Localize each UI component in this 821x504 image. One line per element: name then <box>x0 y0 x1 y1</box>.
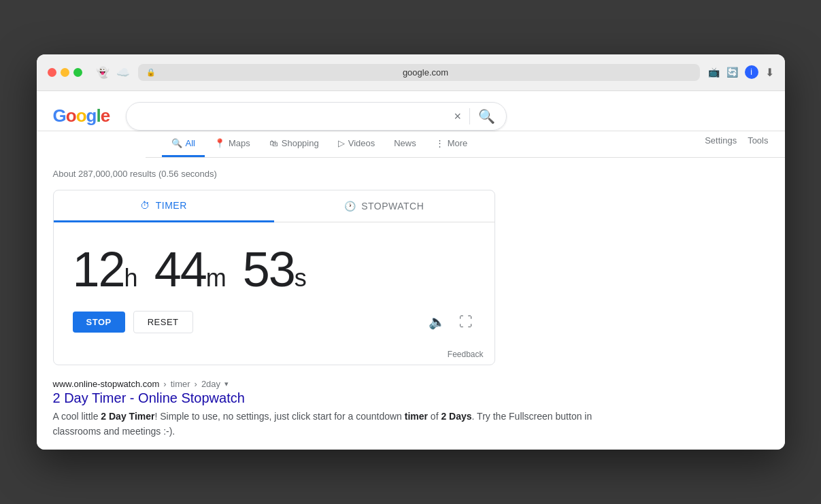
shopping-tab-icon: 🛍 <box>269 138 278 148</box>
browser-nav-icons: 👻 ☁️ <box>96 66 130 79</box>
search-divider <box>469 108 470 124</box>
search-submit-icon[interactable]: 🔍 <box>478 108 495 124</box>
result-dropdown-arrow[interactable]: ▾ <box>224 380 229 388</box>
search-input[interactable]: timer for 2 days <box>137 110 448 122</box>
traffic-lights <box>48 68 82 77</box>
timer-display: 12h 44m 53s <box>54 222 495 311</box>
more-tab-icon: ⋮ <box>435 138 444 148</box>
tab-more[interactable]: ⋮ More <box>426 131 477 157</box>
download-icon[interactable]: ⬇ <box>765 66 774 79</box>
tab-maps[interactable]: 📍 Maps <box>205 131 260 157</box>
result-breadcrumb2: 2day <box>201 379 220 389</box>
maximize-button[interactable] <box>73 68 82 77</box>
address-text: google.com <box>160 67 692 78</box>
extensions-icon: i <box>745 65 758 79</box>
tab-shopping[interactable]: 🛍 Shopping <box>260 131 329 157</box>
browser-action-icons: 📺 🔄 i ⬇ <box>708 65 774 79</box>
videos-tab-icon: ▷ <box>338 138 345 148</box>
reset-button[interactable]: RESET <box>133 311 193 333</box>
feedback-link[interactable]: Feedback <box>448 350 484 359</box>
nav-settings-group: Settings Tools <box>705 135 768 152</box>
search-bar[interactable]: timer for 2 days × 🔍 <box>126 102 507 131</box>
results-count: About 287,000,000 results (0.56 seconds) <box>53 169 633 179</box>
widget-tab-stopwatch[interactable]: 🕐 STOPWATCH <box>274 190 495 222</box>
main-content: About 287,000,000 results (0.56 seconds)… <box>37 158 649 450</box>
cast-icon: 📺 <box>708 67 720 78</box>
search-result-item: www.online-stopwatch.com › timer › 2day … <box>53 379 633 439</box>
feedback-row: Feedback <box>54 347 495 365</box>
refresh-icon[interactable]: 🔄 <box>726 67 738 78</box>
search-header: Google timer for 2 days × 🔍 <box>37 91 785 131</box>
search-tab-icon: 🔍 <box>171 138 182 148</box>
tab-videos[interactable]: ▷ Videos <box>329 131 385 157</box>
maps-tab-icon: 📍 <box>214 138 225 148</box>
ghost-icon: 👻 <box>96 66 110 79</box>
result-url-row: www.online-stopwatch.com › timer › 2day … <box>53 379 633 389</box>
timer-controls: STOP RESET 🔈 ⛶ <box>54 311 495 347</box>
browser-content: Google timer for 2 days × 🔍 🔍 All 📍 Maps <box>37 91 785 450</box>
settings-link[interactable]: Settings <box>705 135 737 146</box>
volume-button[interactable]: 🔈 <box>426 311 448 333</box>
stopwatch-tab-icon: 🕐 <box>344 201 356 212</box>
result-snippet: A cool little 2 Day Timer! Simple to use… <box>53 409 633 439</box>
tab-all[interactable]: 🔍 All <box>162 131 205 157</box>
result-domain: www.online-stopwatch.com <box>53 379 160 389</box>
close-button[interactable] <box>48 68 56 77</box>
clear-search-button[interactable]: × <box>454 110 462 122</box>
timer-widget: ⏱ TIMER 🕐 STOPWATCH 12h 44m 53s STOP RES… <box>53 190 495 365</box>
timer-tab-icon: ⏱ <box>140 200 150 211</box>
lock-icon: 🔒 <box>146 68 156 77</box>
stop-button[interactable]: STOP <box>73 312 125 333</box>
widget-tabs: ⏱ TIMER 🕐 STOPWATCH <box>54 190 495 222</box>
nav-tabs-row: 🔍 All 📍 Maps 🛍 Shopping ▷ Videos News ⋮ … <box>146 131 785 158</box>
browser-window: 👻 ☁️ 🔒 google.com 📺 🔄 i ⬇ Google timer f… <box>37 54 785 450</box>
tools-link[interactable]: Tools <box>748 135 768 146</box>
address-bar[interactable]: 🔒 google.com <box>138 64 700 81</box>
cloud-icon: ☁️ <box>116 66 130 79</box>
result-breadcrumb1: timer <box>171 379 190 389</box>
result-title[interactable]: 2 Day Timer - Online Stopwatch <box>53 390 633 406</box>
minimize-button[interactable] <box>61 68 69 77</box>
tab-news[interactable]: News <box>384 131 426 157</box>
widget-tab-timer[interactable]: ⏱ TIMER <box>54 190 274 222</box>
title-bar: 👻 ☁️ 🔒 google.com 📺 🔄 i ⬇ <box>37 54 785 91</box>
google-logo: Google <box>53 105 110 127</box>
fullscreen-button[interactable]: ⛶ <box>456 312 475 333</box>
